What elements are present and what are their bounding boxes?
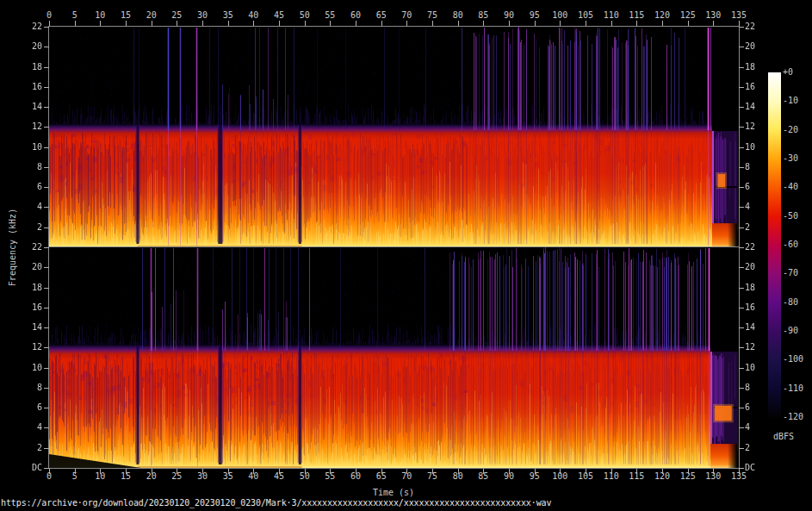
freq-tick-label: 12: [0, 122, 42, 131]
freq-tick: [739, 167, 744, 168]
freq-tick: [739, 87, 744, 88]
freq-tick-label: 18: [0, 283, 42, 292]
time-axis-title: Time (s): [342, 488, 445, 497]
time-tick-label: 45: [266, 471, 292, 481]
freq-tick-label: 22: [0, 242, 42, 252]
time-tick-label: 130: [700, 10, 726, 20]
freq-tick: [739, 227, 744, 228]
freq-tick: [739, 427, 744, 428]
colorbar-tick-label: -10: [783, 96, 812, 105]
time-tick: [688, 21, 689, 26]
freq-tick: [44, 167, 49, 168]
time-tick-label: 120: [649, 471, 675, 481]
freq-tick-label: 12: [0, 342, 42, 352]
freq-tick: [739, 288, 744, 289]
colorbar-tick-label: -20: [783, 125, 812, 134]
time-tick-label: 70: [394, 471, 419, 481]
time-tick-label: 55: [317, 471, 343, 481]
freq-tick-label: 14: [745, 102, 779, 111]
time-tick-label: 20: [139, 10, 164, 20]
freq-tick: [44, 27, 49, 28]
time-tick-label: 30: [189, 10, 215, 20]
time-tick-label: 100: [547, 471, 573, 481]
freq-tick: [44, 347, 49, 348]
time-tick-label: 85: [470, 471, 496, 481]
freq-tick-label: 22: [745, 242, 779, 252]
time-tick: [253, 21, 254, 26]
freq-tick-label: 6: [745, 402, 779, 412]
freq-tick-label: 4: [745, 202, 779, 211]
freq-tick-label: 2: [0, 443, 42, 452]
time-tick-label: 110: [598, 471, 624, 481]
freq-tick: [739, 147, 744, 148]
time-tick-label: 60: [343, 471, 369, 481]
time-tick-label: 90: [496, 471, 522, 481]
freq-tick: [44, 327, 49, 328]
time-tick: [381, 21, 382, 26]
freq-tick-label: 12: [745, 342, 779, 352]
freq-tick-label: 16: [0, 302, 42, 312]
colorbar-tick-label: -110: [783, 383, 812, 393]
time-tick-label: 80: [445, 10, 471, 20]
time-tick-label: 40: [240, 10, 266, 20]
time-tick: [611, 21, 612, 26]
time-tick-label: 95: [522, 10, 548, 20]
colorbar-title: dBFS: [773, 432, 794, 441]
spectrogram-panel-ch2: [49, 247, 739, 468]
freq-tick: [44, 127, 49, 128]
time-tick: [152, 21, 152, 26]
freq-tick: [44, 247, 49, 248]
freq-tick: [739, 267, 744, 268]
freq-tick: [44, 107, 49, 108]
freq-tick-label: 8: [0, 383, 42, 392]
freq-tick-label: 18: [0, 62, 42, 72]
time-tick-label: 135: [726, 471, 752, 481]
time-tick: [739, 21, 740, 26]
time-tick: [483, 21, 484, 26]
time-tick-label: 55: [317, 10, 343, 20]
time-tick-label: 10: [87, 471, 113, 481]
colorbar-tick-label: -70: [783, 268, 812, 277]
freq-tick-label: 22: [0, 22, 42, 31]
freq-tick-label: 20: [745, 262, 779, 271]
freq-tick-label: 22: [745, 22, 779, 31]
time-tick: [228, 21, 229, 26]
freq-tick: [739, 127, 744, 128]
freq-tick: [44, 47, 49, 47]
time-tick: [432, 21, 433, 26]
freq-tick: [739, 207, 744, 208]
freq-tick: [739, 468, 744, 469]
time-tick-label: 115: [623, 10, 649, 20]
time-tick: [636, 21, 637, 26]
time-tick-label: 0: [36, 10, 62, 20]
time-tick: [177, 21, 177, 26]
freq-tick-label: 6: [0, 402, 42, 412]
freq-tick: [44, 87, 49, 88]
freq-tick: [739, 327, 744, 328]
freq-tick: [44, 427, 49, 428]
time-tick: [662, 21, 663, 26]
time-tick-label: 115: [623, 471, 649, 481]
time-tick-label: 25: [164, 10, 189, 20]
freq-tick-label: 14: [745, 322, 779, 332]
freq-tick-label: 4: [0, 422, 42, 432]
time-tick: [49, 21, 50, 26]
freq-tick-label: DC: [0, 463, 42, 472]
time-tick: [202, 21, 203, 26]
time-tick: [126, 21, 127, 26]
freq-tick: [44, 67, 49, 68]
freq-tick: [44, 408, 49, 408]
freq-tick-label: 20: [0, 41, 42, 51]
time-tick-label: 35: [215, 10, 241, 20]
time-tick-label: 30: [189, 471, 215, 481]
colorbar-tick-label: -30: [783, 153, 812, 163]
freq-tick: [739, 347, 744, 348]
freq-tick: [44, 448, 49, 449]
freq-tick-label: 20: [745, 41, 779, 51]
freq-tick: [44, 187, 49, 188]
freq-tick-label: 2: [745, 443, 779, 452]
time-tick-label: 50: [292, 10, 318, 20]
time-tick-label: 135: [726, 10, 752, 20]
time-tick: [509, 21, 510, 26]
freq-tick: [44, 468, 49, 469]
